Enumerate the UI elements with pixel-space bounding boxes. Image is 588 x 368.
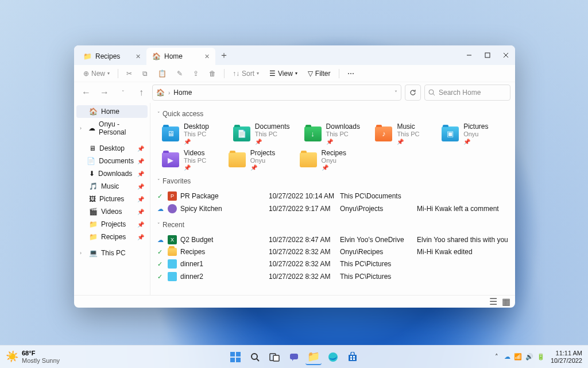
sidebar-item-projects[interactable]: 📁Projects📌 (76, 218, 148, 231)
sidebar-item-recipes[interactable]: 📁Recipes📌 (76, 231, 148, 243)
sidebar-item-music[interactable]: 🎵Music📌 (76, 180, 148, 193)
folder-icon: 🖥 (162, 126, 179, 141)
file-name: dinner1 (180, 260, 203, 268)
refresh-button[interactable] (405, 85, 421, 101)
file-note: Mi-Hi Kwak edited (417, 248, 508, 256)
tab-recipes[interactable]: 📁 Recipes ✕ (78, 48, 146, 65)
task-view-button[interactable] (266, 349, 283, 365)
file-row[interactable]: ✓dinner110/27/2022 8:32 AMThis PC\Pictur… (157, 258, 508, 270)
folder-icon: ↓ (304, 126, 322, 141)
tray-overflow-button[interactable]: ˄ (495, 353, 498, 361)
file-date: 10/27/2022 8:32 AM (269, 273, 338, 281)
svg-rect-18 (353, 356, 355, 358)
tab-label: Home (164, 52, 183, 60)
pin-icon: 📌 (137, 196, 144, 202)
home-icon: 🏠 (89, 108, 98, 116)
file-date: 10/27/2022 8:32 AM (269, 260, 338, 268)
file-row[interactable]: ✓dinner210/27/2022 8:32 AMThis PC\Pictur… (157, 270, 508, 283)
share-button[interactable]: ⇪ (188, 67, 203, 80)
file-row[interactable]: ☁Spicy Kitchen10/27/2022 9:17 AMOnyu\Pro… (157, 202, 508, 215)
onedrive-icon[interactable]: ☁ (504, 353, 510, 361)
svg-rect-20 (353, 358, 355, 360)
chevron-down-icon: ˅ (157, 111, 160, 117)
wifi-icon[interactable]: 📶 (514, 353, 522, 361)
close-icon[interactable]: ✕ (136, 53, 141, 60)
cloud-icon: ☁ (157, 236, 164, 244)
folder-icon (229, 152, 246, 167)
details-view-button[interactable]: ☰ (489, 296, 497, 307)
folder-icon: 📁 (89, 233, 98, 241)
quick-access-documents[interactable]: 📄DocumentsThis PC📌 (229, 122, 295, 145)
chevron-down-icon[interactable]: ˅ (394, 90, 397, 96)
quick-access-recipes[interactable]: ☁RecipesOnyu📌 (300, 149, 366, 172)
quick-access-desktop[interactable]: 🖥DesktopThis PC📌 (157, 122, 224, 145)
item-location: Onyu (250, 157, 275, 164)
chat-button[interactable] (286, 349, 302, 365)
icons-view-button[interactable]: ▦ (502, 296, 510, 307)
minimize-button[interactable] (460, 45, 478, 65)
file-row[interactable]: ✓PPR Package10/27/2022 10:14 AMThis PC\D… (157, 190, 508, 202)
quick-access-header[interactable]: ˅Quick access (157, 110, 508, 118)
quick-access-music[interactable]: ♪MusicThis PC📌 (370, 122, 437, 145)
folder-icon: ▣ (442, 126, 459, 141)
maximize-button[interactable] (478, 45, 497, 65)
quick-access-pictures[interactable]: ☁▣PicturesOnyu📌 (442, 122, 508, 145)
recent-locations-button[interactable]: ˅ (115, 85, 130, 100)
delete-button[interactable]: 🗑 (204, 67, 220, 80)
file-date: 10/27/2022 10:14 AM (269, 192, 338, 200)
sidebar-item-pictures[interactable]: 🖼Pictures📌 (76, 193, 148, 205)
edge-button[interactable] (325, 349, 341, 365)
store-button[interactable] (345, 349, 361, 365)
close-button[interactable] (497, 45, 515, 65)
file-date: 10/27/2022 8:32 AM (269, 248, 338, 256)
svg-line-11 (257, 359, 259, 361)
copy-button[interactable]: ⧉ (138, 67, 152, 80)
back-button[interactable]: ← (79, 85, 94, 100)
sidebar-item-videos[interactable]: 🎬Videos📌 (76, 205, 148, 218)
clock[interactable]: 11:11 AM 10/27/2022 (551, 350, 582, 363)
view-button[interactable]: ☰View▾ (265, 67, 302, 80)
start-button[interactable] (227, 349, 243, 365)
search-button[interactable] (247, 349, 263, 365)
synced-icon: ✓ (157, 260, 164, 268)
volume-icon[interactable]: 🔊 (525, 353, 533, 361)
address-bar[interactable]: 🏠 › Home ˅ (152, 85, 401, 101)
sidebar-item-documents[interactable]: 📄Documents📌 (76, 155, 148, 167)
sidebar-item-label: Music (101, 182, 119, 190)
svg-point-10 (252, 354, 257, 359)
sidebar-item-desktop[interactable]: 🖥Desktop📌 (76, 142, 148, 155)
quick-access-projects[interactable]: ☁ProjectsOnyu📌 (229, 149, 295, 172)
more-button[interactable]: ⋯ (343, 67, 359, 80)
sidebar-item-onyu---personal[interactable]: ›☁Onyu - Personal (76, 118, 148, 139)
favorites-header[interactable]: ˅Favorites (157, 177, 508, 185)
sidebar-item-this-pc[interactable]: ›💻This PC (76, 247, 148, 259)
sidebar-item-label: Onyu - Personal (99, 120, 144, 136)
rename-button[interactable]: ✎ (172, 67, 187, 80)
search-input[interactable]: Search Home (424, 85, 510, 101)
filter-button[interactable]: ▽Filter (303, 67, 335, 80)
battery-icon[interactable]: 🔋 (537, 353, 545, 361)
file-row[interactable]: ☁XQ2 Budget10/27/2022 8:47 AMElvin Yoo's… (157, 233, 508, 246)
new-tab-button[interactable]: ＋ (215, 45, 233, 65)
recent-header[interactable]: ˅Recent (157, 221, 508, 229)
forward-button[interactable]: → (97, 85, 112, 100)
pc-icon: 💻 (89, 249, 98, 257)
file-explorer-button[interactable]: 📁 (305, 349, 322, 365)
close-icon[interactable]: ✕ (204, 53, 210, 60)
up-button[interactable]: ↑ (134, 85, 149, 100)
quick-access-downloads[interactable]: ↓DownloadsThis PC📌 (300, 122, 366, 145)
search-placeholder: Search Home (439, 89, 481, 97)
chevron-down-icon: ˅ (157, 178, 160, 184)
paste-button[interactable]: 📋 (153, 67, 171, 80)
file-row[interactable]: ✓Recipes10/27/2022 8:32 AMOnyu\RecipesMi… (157, 246, 508, 258)
weather-widget[interactable]: ☀️ 68°F Mostly Sunny (0, 350, 65, 363)
new-button[interactable]: ⊕New▾ (79, 67, 114, 80)
tab-home[interactable]: 🏠 Home ✕ (146, 48, 215, 65)
breadcrumb-home[interactable]: Home (173, 89, 192, 97)
sidebar-item-downloads[interactable]: ⬇Downloads📌 (76, 167, 148, 180)
sort-button[interactable]: ↑↓Sort▾ (228, 67, 264, 80)
chevron-right-icon: › (168, 90, 170, 96)
quick-access-videos[interactable]: ▶VideosThis PC📌 (157, 149, 224, 172)
sidebar-item-home[interactable]: 🏠Home (76, 105, 148, 118)
cut-button[interactable]: ✂ (122, 67, 137, 80)
